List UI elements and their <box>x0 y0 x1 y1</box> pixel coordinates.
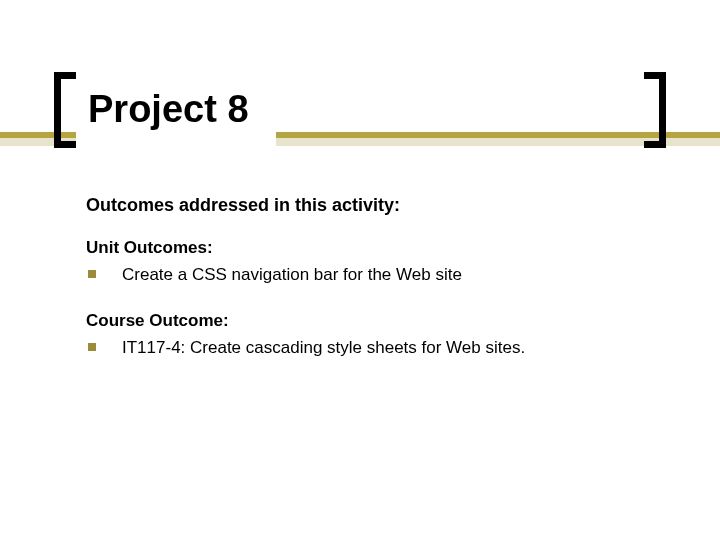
slide: Project 8 Outcomes addressed in this act… <box>0 0 720 540</box>
list-item: Create a CSS navigation bar for the Web … <box>86 264 650 287</box>
section-heading: Outcomes addressed in this activity: <box>86 195 650 216</box>
subsection-course-outcome: Course Outcome: IT117-4: Create cascadin… <box>86 311 650 360</box>
subsection-unit-outcomes: Unit Outcomes: Create a CSS navigation b… <box>86 238 650 287</box>
bracket-left-icon <box>54 72 76 148</box>
bullet-text: Create a CSS navigation bar for the Web … <box>122 264 462 287</box>
subsection-heading: Course Outcome: <box>86 311 650 331</box>
content-area: Outcomes addressed in this activity: Uni… <box>86 195 650 360</box>
subsection-heading: Unit Outcomes: <box>86 238 650 258</box>
square-bullet-icon <box>88 270 96 278</box>
square-bullet-icon <box>88 343 96 351</box>
list-item: IT117-4: Create cascading style sheets f… <box>86 337 650 360</box>
title-area: Project 8 <box>0 0 720 131</box>
bullet-text: IT117-4: Create cascading style sheets f… <box>122 337 525 360</box>
bracket-right-icon <box>644 72 666 148</box>
page-title: Project 8 <box>86 72 259 131</box>
